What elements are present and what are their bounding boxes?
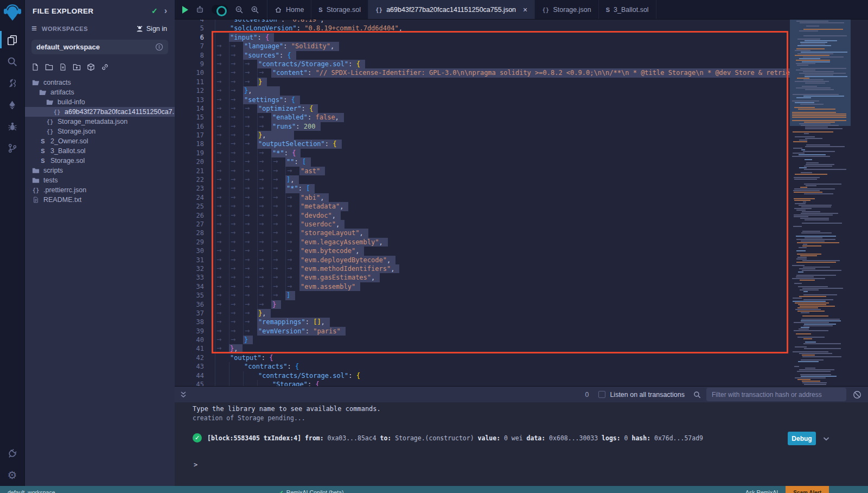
code-line-33[interactable]: 33→→→→→→"evm.gasEstimates", <box>175 273 790 282</box>
tree-item-tests[interactable]: tests <box>25 175 175 185</box>
tree-item-storage-sol[interactable]: SStorage.sol <box>25 156 175 166</box>
code-line-32[interactable]: 32→→→→→→"evm.methodIdentifiers", <box>175 264 790 273</box>
tree-item-artifacts[interactable]: artifacts <box>25 87 175 97</box>
statusbar-workspace[interactable]: default_workspace <box>8 489 279 493</box>
tree-item-contracts[interactable]: contracts <box>25 78 175 87</box>
code-line-20[interactable]: 20→→→→→"": [ <box>175 157 790 166</box>
code-line-15[interactable]: 15→→→→"enabled": false, <box>175 113 790 122</box>
ai-copilot-toggle[interactable] <box>212 5 228 14</box>
tab-3-ballot-sol[interactable]: S3_Ballot.sol <box>599 0 656 19</box>
code-line-4[interactable]: 4"solcVersion": "0.8.19", <box>175 20 790 24</box>
code-line-11[interactable]: 11→→→} <box>175 78 790 86</box>
code-line-26[interactable]: 26→→→→→→"devdoc", <box>175 211 790 220</box>
code-editor[interactable]: 4"solcVersion": "0.8.19",5"solcLongVersi… <box>175 20 868 386</box>
listen-transactions-checkbox[interactable] <box>598 391 605 398</box>
tab-a69b43f277ba20fcac141151250ca755-json[interactable]: {}a69b43f277ba20fcac141151250ca755.json× <box>368 0 535 19</box>
upload-folder-icon[interactable] <box>73 63 81 71</box>
code-line-41[interactable]: 41→}, <box>175 344 790 353</box>
plugin-manager-icon[interactable] <box>0 443 25 464</box>
code-line-38[interactable]: 38→→→"remappings": [], <box>175 318 790 326</box>
file-explorer-icon[interactable] <box>0 29 25 50</box>
zoom-out-icon[interactable] <box>235 5 244 14</box>
tree-item-readme-txt[interactable]: README.txt <box>25 195 175 205</box>
search-icon[interactable] <box>0 50 25 72</box>
code-line-37[interactable]: 37→→→}, <box>175 309 790 318</box>
code-line-28[interactable]: 28→→→→→→"storageLayout", <box>175 229 790 237</box>
code-line-45[interactable]: 45"Storage": { <box>175 380 790 386</box>
remixai-assistant-icon[interactable] <box>195 5 205 14</box>
terminal-collapse-icon[interactable] <box>179 390 188 399</box>
tab-storage-json[interactable]: {}Storage.json <box>535 0 598 19</box>
statusbar-copilot[interactable]: ✓ RemixAI Copilot (beta) <box>279 489 745 493</box>
transaction-filter-input[interactable] <box>706 388 846 401</box>
tab-home[interactable]: Home <box>267 0 311 19</box>
tab-close-icon[interactable]: × <box>523 5 527 14</box>
code-line-7[interactable]: 7→→"language": "Solidity", <box>175 42 790 50</box>
code-line-17[interactable]: 17→→→}, <box>175 131 790 140</box>
settings-gear-icon[interactable]: ⚙ <box>0 464 25 486</box>
code-line-14[interactable]: 14→→→"optimizer": { <box>175 104 790 113</box>
code-line-31[interactable]: 31→→→→→→"evm.deployedBytecode", <box>175 256 790 264</box>
scam-alert-chip[interactable]: Scam Alert <box>786 486 829 493</box>
debugger-bug-icon[interactable] <box>0 116 25 137</box>
code-line-23[interactable]: 23→→→→→"*": [ <box>175 184 790 193</box>
panel-expand-chevron-icon[interactable]: › <box>164 6 167 16</box>
sign-in-button[interactable]: Sign in <box>136 25 167 33</box>
workspace-select[interactable]: default_workspace <box>31 40 168 54</box>
statusbar-ask-ai[interactable]: Ask RemixAI <box>745 489 778 493</box>
code-line-5[interactable]: 5"solcLongVersion": "0.8.19+commit.7dd6d… <box>175 24 790 33</box>
code-line-25[interactable]: 25→→→→→→"metadata", <box>175 202 790 211</box>
terminal-output[interactable]: Type the library name to see available c… <box>175 402 868 486</box>
tree-item-storage-metadata-json[interactable]: {}Storage_metadata.json <box>25 117 175 127</box>
code-line-9[interactable]: 9→→→"contracts/Storage.sol": { <box>175 60 790 68</box>
code-line-39[interactable]: 39→→→"evmVersion": "paris" <box>175 327 790 336</box>
code-line-40[interactable]: 40→→} <box>175 336 790 344</box>
create-folder-icon[interactable] <box>45 63 53 71</box>
code-line-44[interactable]: 44"contracts/Storage.sol": { <box>175 371 790 380</box>
clear-console-icon[interactable] <box>853 390 861 399</box>
code-line-13[interactable]: 13→→"settings": { <box>175 96 790 104</box>
code-line-16[interactable]: 16→→→→"runs": 200 <box>175 122 790 131</box>
transaction-log-row[interactable]: ✓ [block:5583405 txIndex:4] from: 0xa03.… <box>193 433 703 443</box>
publish-box-icon[interactable] <box>87 63 95 71</box>
code-line-12[interactable]: 12→→}, <box>175 86 790 95</box>
debug-button[interactable]: Debug <box>788 432 816 445</box>
git-branch-icon[interactable] <box>0 137 25 159</box>
code-line-8[interactable]: 8→→"sources": { <box>175 51 790 60</box>
tree-item--prettierrc-json[interactable]: {}.prettierrc.json <box>25 185 175 195</box>
solidity-compiler-icon[interactable] <box>0 72 25 94</box>
tab-storage-sol[interactable]: SStorage.sol <box>311 0 368 19</box>
tree-item-scripts[interactable]: scripts <box>25 166 175 175</box>
tx-expand-chevron-icon[interactable] <box>822 434 831 443</box>
tree-item-2-owner-sol[interactable]: S2_Owner.sol <box>25 136 175 146</box>
code-line-24[interactable]: 24→→→→→→"abi", <box>175 193 790 202</box>
minimap[interactable] <box>790 20 851 386</box>
code-line-6[interactable]: 6"input": { <box>175 33 790 42</box>
workspaces-menu-icon[interactable]: ≡ <box>31 23 37 34</box>
tree-item-build-info[interactable]: build-info <box>25 97 175 107</box>
code-line-42[interactable]: 42"output": { <box>175 353 790 362</box>
code-line-30[interactable]: 30→→→→→→"evm.bytecode", <box>175 246 790 255</box>
terminal-prompt[interactable]: > <box>194 461 197 469</box>
code-line-22[interactable]: 22→→→→→], <box>175 175 790 184</box>
upload-file-icon[interactable] <box>59 63 67 71</box>
code-line-35[interactable]: 35→→→→→] <box>175 291 790 300</box>
tab-whitespace-arrow: → <box>215 291 229 300</box>
code-line-18[interactable]: 18→→→"outputSelection": { <box>175 140 790 148</box>
code-line-21[interactable]: 21→→→→→→"ast" <box>175 167 790 175</box>
code-line-43[interactable]: 43"contracts": { <box>175 362 790 371</box>
run-script-play-button[interactable] <box>182 6 188 14</box>
tree-item-storage-json[interactable]: {}Storage.json <box>25 127 175 136</box>
code-line-29[interactable]: 29→→→→→→"evm.legacyAssembly", <box>175 238 790 246</box>
code-line-34[interactable]: 34→→→→→→"evm.assembly" <box>175 282 790 291</box>
zoom-in-icon[interactable] <box>251 5 259 14</box>
create-file-icon[interactable] <box>31 63 39 71</box>
code-line-36[interactable]: 36→→→→} <box>175 300 790 309</box>
code-line-27[interactable]: 27→→→→→→"userdoc", <box>175 220 790 229</box>
link-icon[interactable] <box>101 63 109 71</box>
code-line-19[interactable]: 19→→→→"*": { <box>175 149 790 157</box>
code-line-10[interactable]: 10→→→→"content": "// SPDX-License-Identi… <box>175 68 790 77</box>
deploy-and-run-icon[interactable] <box>0 94 25 116</box>
tree-item-3-ballot-sol[interactable]: S3_Ballot.sol <box>25 146 175 156</box>
tree-item-a69b43f277ba20fcac141151250ca7-[interactable]: {}a69b43f277ba20fcac141151250ca7... <box>25 107 175 117</box>
